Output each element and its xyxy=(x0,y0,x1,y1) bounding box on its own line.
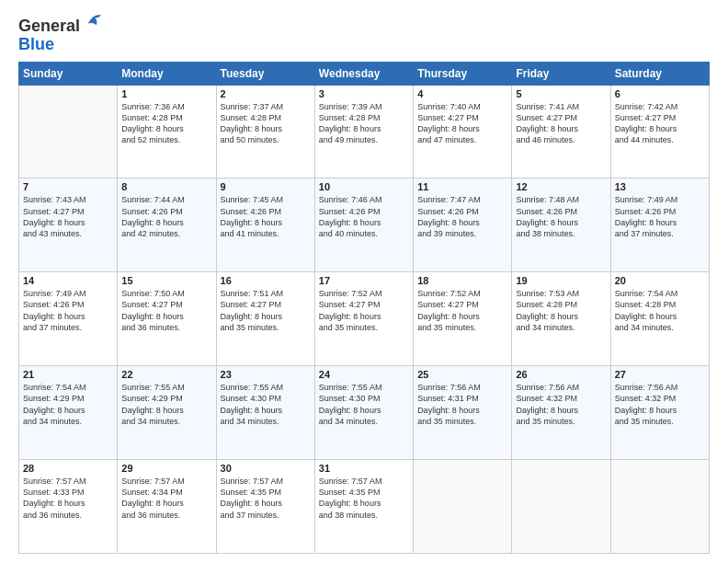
calendar-cell: 8Sunrise: 7:44 AM Sunset: 4:26 PM Daylig… xyxy=(118,178,216,272)
day-content: Sunrise: 7:49 AM Sunset: 4:26 PM Dayligh… xyxy=(23,288,113,333)
calendar-cell: 4Sunrise: 7:40 AM Sunset: 4:27 PM Daylig… xyxy=(414,85,512,178)
day-content: Sunrise: 7:57 AM Sunset: 4:33 PM Dayligh… xyxy=(23,476,113,521)
day-number: 22 xyxy=(121,369,211,380)
day-content: Sunrise: 7:49 AM Sunset: 4:26 PM Dayligh… xyxy=(615,194,705,239)
calendar-cell: 3Sunrise: 7:39 AM Sunset: 4:28 PM Daylig… xyxy=(314,85,413,178)
day-number: 13 xyxy=(615,181,705,192)
calendar-cell: 9Sunrise: 7:45 AM Sunset: 4:26 PM Daylig… xyxy=(216,178,314,272)
day-number: 15 xyxy=(121,275,211,286)
day-content: Sunrise: 7:52 AM Sunset: 4:27 PM Dayligh… xyxy=(417,288,507,333)
calendar-cell xyxy=(414,460,512,554)
calendar-cell: 24Sunrise: 7:55 AM Sunset: 4:30 PM Dayli… xyxy=(314,366,413,460)
calendar-cell: 12Sunrise: 7:48 AM Sunset: 4:26 PM Dayli… xyxy=(512,178,610,272)
day-number: 11 xyxy=(417,181,507,192)
logo: General Blue xyxy=(18,15,103,54)
day-number: 29 xyxy=(121,463,211,474)
calendar-header-monday: Monday xyxy=(118,62,216,85)
day-number: 9 xyxy=(221,181,311,192)
calendar-cell: 31Sunrise: 7:57 AM Sunset: 4:35 PM Dayli… xyxy=(314,460,413,554)
calendar-week-3: 14Sunrise: 7:49 AM Sunset: 4:26 PM Dayli… xyxy=(19,272,710,366)
calendar-week-2: 7Sunrise: 7:43 AM Sunset: 4:27 PM Daylig… xyxy=(19,178,710,272)
calendar-cell: 19Sunrise: 7:53 AM Sunset: 4:28 PM Dayli… xyxy=(512,272,610,366)
page: General Blue SundayMondayTuesdayWednesda… xyxy=(0,0,728,563)
calendar-header-tuesday: Tuesday xyxy=(216,62,314,85)
day-content: Sunrise: 7:37 AM Sunset: 4:28 PM Dayligh… xyxy=(221,101,311,146)
day-content: Sunrise: 7:55 AM Sunset: 4:29 PM Dayligh… xyxy=(121,382,211,427)
day-content: Sunrise: 7:57 AM Sunset: 4:35 PM Dayligh… xyxy=(221,476,311,521)
day-content: Sunrise: 7:55 AM Sunset: 4:30 PM Dayligh… xyxy=(221,382,311,427)
calendar-cell: 1Sunrise: 7:36 AM Sunset: 4:28 PM Daylig… xyxy=(118,85,216,178)
calendar-cell: 21Sunrise: 7:54 AM Sunset: 4:29 PM Dayli… xyxy=(19,366,118,460)
day-number: 1 xyxy=(121,88,211,99)
day-number: 31 xyxy=(319,463,409,474)
calendar-cell: 11Sunrise: 7:47 AM Sunset: 4:26 PM Dayli… xyxy=(414,178,512,272)
calendar-cell: 22Sunrise: 7:55 AM Sunset: 4:29 PM Dayli… xyxy=(118,366,216,460)
calendar-week-5: 28Sunrise: 7:57 AM Sunset: 4:33 PM Dayli… xyxy=(19,460,710,554)
day-number: 3 xyxy=(319,88,409,99)
day-number: 8 xyxy=(121,181,211,192)
day-number: 4 xyxy=(417,88,507,99)
calendar-cell: 6Sunrise: 7:42 AM Sunset: 4:27 PM Daylig… xyxy=(610,85,709,178)
calendar-cell xyxy=(610,460,709,554)
day-content: Sunrise: 7:56 AM Sunset: 4:32 PM Dayligh… xyxy=(516,382,606,427)
day-number: 17 xyxy=(319,275,409,286)
calendar-header-saturday: Saturday xyxy=(610,62,709,85)
header: General Blue xyxy=(18,15,710,54)
day-number: 25 xyxy=(417,369,507,380)
calendar-header-wednesday: Wednesday xyxy=(314,62,413,85)
day-content: Sunrise: 7:57 AM Sunset: 4:35 PM Dayligh… xyxy=(319,476,409,521)
day-number: 30 xyxy=(221,463,311,474)
day-content: Sunrise: 7:41 AM Sunset: 4:27 PM Dayligh… xyxy=(516,101,606,146)
day-content: Sunrise: 7:39 AM Sunset: 4:28 PM Dayligh… xyxy=(319,101,409,146)
calendar-cell: 16Sunrise: 7:51 AM Sunset: 4:27 PM Dayli… xyxy=(216,272,314,366)
day-content: Sunrise: 7:53 AM Sunset: 4:28 PM Dayligh… xyxy=(516,288,606,333)
day-content: Sunrise: 7:50 AM Sunset: 4:27 PM Dayligh… xyxy=(121,288,211,333)
calendar-cell: 14Sunrise: 7:49 AM Sunset: 4:26 PM Dayli… xyxy=(19,272,118,366)
calendar-header-row: SundayMondayTuesdayWednesdayThursdayFrid… xyxy=(19,62,710,85)
day-number: 23 xyxy=(221,369,311,380)
calendar-cell: 18Sunrise: 7:52 AM Sunset: 4:27 PM Dayli… xyxy=(414,272,512,366)
logo-text: General xyxy=(18,15,103,36)
day-content: Sunrise: 7:40 AM Sunset: 4:27 PM Dayligh… xyxy=(417,101,507,146)
day-content: Sunrise: 7:55 AM Sunset: 4:30 PM Dayligh… xyxy=(319,382,409,427)
day-number: 20 xyxy=(615,275,705,286)
day-content: Sunrise: 7:43 AM Sunset: 4:27 PM Dayligh… xyxy=(23,194,113,239)
calendar-cell: 25Sunrise: 7:56 AM Sunset: 4:31 PM Dayli… xyxy=(414,366,512,460)
calendar-header-sunday: Sunday xyxy=(19,62,118,85)
day-content: Sunrise: 7:57 AM Sunset: 4:34 PM Dayligh… xyxy=(121,476,211,521)
calendar-cell: 27Sunrise: 7:56 AM Sunset: 4:32 PM Dayli… xyxy=(610,366,709,460)
calendar-cell: 26Sunrise: 7:56 AM Sunset: 4:32 PM Dayli… xyxy=(512,366,610,460)
day-number: 27 xyxy=(615,369,705,380)
calendar-cell: 10Sunrise: 7:46 AM Sunset: 4:26 PM Dayli… xyxy=(314,178,413,272)
day-content: Sunrise: 7:42 AM Sunset: 4:27 PM Dayligh… xyxy=(615,101,705,146)
calendar-cell: 5Sunrise: 7:41 AM Sunset: 4:27 PM Daylig… xyxy=(512,85,610,178)
day-number: 12 xyxy=(516,181,606,192)
day-content: Sunrise: 7:52 AM Sunset: 4:27 PM Dayligh… xyxy=(319,288,409,333)
day-content: Sunrise: 7:54 AM Sunset: 4:29 PM Dayligh… xyxy=(23,382,113,427)
day-number: 19 xyxy=(516,275,606,286)
calendar-cell: 30Sunrise: 7:57 AM Sunset: 4:35 PM Dayli… xyxy=(216,460,314,554)
calendar-cell: 28Sunrise: 7:57 AM Sunset: 4:33 PM Dayli… xyxy=(19,460,118,554)
day-content: Sunrise: 7:51 AM Sunset: 4:27 PM Dayligh… xyxy=(221,288,311,333)
day-number: 7 xyxy=(23,181,113,192)
day-content: Sunrise: 7:56 AM Sunset: 4:32 PM Dayligh… xyxy=(615,382,705,427)
day-number: 24 xyxy=(319,369,409,380)
calendar-week-4: 21Sunrise: 7:54 AM Sunset: 4:29 PM Dayli… xyxy=(19,366,710,460)
calendar-cell: 23Sunrise: 7:55 AM Sunset: 4:30 PM Dayli… xyxy=(216,366,314,460)
day-content: Sunrise: 7:44 AM Sunset: 4:26 PM Dayligh… xyxy=(121,194,211,239)
calendar-cell: 29Sunrise: 7:57 AM Sunset: 4:34 PM Dayli… xyxy=(118,460,216,554)
calendar-cell: 17Sunrise: 7:52 AM Sunset: 4:27 PM Dayli… xyxy=(314,272,413,366)
calendar-cell: 7Sunrise: 7:43 AM Sunset: 4:27 PM Daylig… xyxy=(19,178,118,272)
day-number: 21 xyxy=(23,369,113,380)
calendar-table: SundayMondayTuesdayWednesdayThursdayFrid… xyxy=(18,62,710,554)
day-number: 2 xyxy=(221,88,311,99)
calendar-header-thursday: Thursday xyxy=(414,62,512,85)
calendar-cell: 13Sunrise: 7:49 AM Sunset: 4:26 PM Dayli… xyxy=(610,178,709,272)
calendar-cell: 15Sunrise: 7:50 AM Sunset: 4:27 PM Dayli… xyxy=(118,272,216,366)
day-number: 5 xyxy=(516,88,606,99)
day-content: Sunrise: 7:36 AM Sunset: 4:28 PM Dayligh… xyxy=(121,101,211,146)
day-content: Sunrise: 7:46 AM Sunset: 4:26 PM Dayligh… xyxy=(319,194,409,239)
day-content: Sunrise: 7:56 AM Sunset: 4:31 PM Dayligh… xyxy=(417,382,507,427)
day-number: 10 xyxy=(319,181,409,192)
day-number: 16 xyxy=(221,275,311,286)
